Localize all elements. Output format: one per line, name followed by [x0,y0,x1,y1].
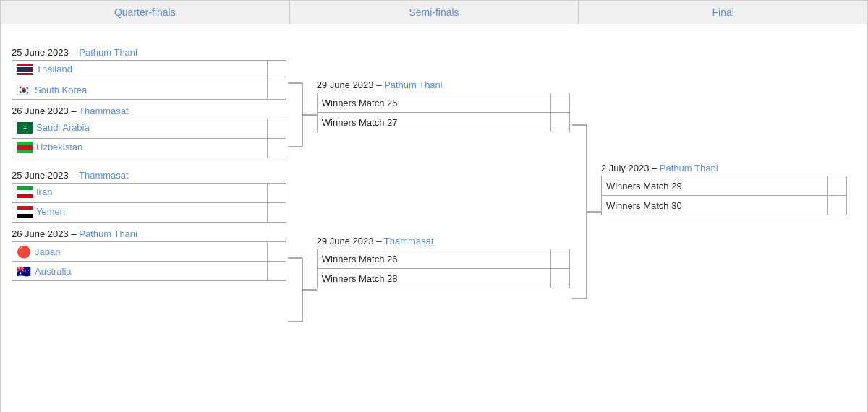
table-row: 🇰🇷 South Korea [12,80,286,100]
final-s1 [827,176,846,196]
sf-m2-t2: Winners Match 28 [317,269,550,288]
flag-saudi: ⚔ [17,122,33,134]
qf-match4-date: 26 June 2023 – Pathum Thani [12,228,288,239]
sf-match2: 29 June 2023 – Thammasat Winners Match 2… [317,236,572,288]
final-match-date: 2 July 2023 – Pathum Thani [601,163,856,173]
qf-match4: 26 June 2023 – Pathum Thani 🔴 Japan [12,228,288,281]
header-sf: Semi-finals [290,1,579,24]
final-t2: Winners Match 30 [601,196,827,215]
qf-m1-t1-name: Thailand [12,61,268,80]
qf-match4-table: 🔴 Japan 🇦🇺 Australia [12,241,286,281]
sf-match2-table: Winners Match 26 Winners Match 28 [317,249,570,288]
sf-spacer [317,138,572,236]
qf-match2: 26 June 2023 – Thammasat ⚔ Saudi Arabia [12,106,288,158]
qf-match1: 25 June 2023 – Pathum Thani Thailand [12,47,288,100]
qf-m2-t2-name: Uzbekistan [12,139,268,158]
connector-sf-final [572,54,601,408]
final-match: 2 July 2023 – Pathum Thani Winners Match… [601,163,856,215]
table-row: 🇦🇺 Australia [12,262,286,281]
final-t1: Winners Match 29 [601,176,827,196]
qf-match2-table: ⚔ Saudi Arabia Uzbeki [12,119,286,158]
sf-m2-s1 [550,249,569,269]
qf-m3-t2-name: Yemen [12,203,268,223]
qf-m2-t1-score [268,119,286,139]
table-row: ⚔ Saudi Arabia [12,119,286,139]
connector-qf-sf [288,54,317,408]
flag-uzbekistan [17,142,33,153]
flag-korea: 🇰🇷 [17,83,31,97]
sf-m1-t1: Winners Match 25 [317,93,550,113]
sf-column: 29 June 2023 – Pathum Thani Winners Matc… [317,40,572,294]
sf-match2-date: 29 June 2023 – Thammasat [317,236,572,246]
qf-m3-t1-name: Iran [12,184,268,203]
qf-m1-t1-score [268,61,286,80]
qf-match2-date: 26 June 2023 – Thammasat [12,106,288,116]
final-s2 [827,196,846,215]
qf-m4-t2-score [268,262,286,281]
qf-m1-t2-name: 🇰🇷 South Korea [12,80,268,100]
flag-iran [17,186,33,198]
table-row: Winners Match 30 [601,196,846,215]
qf-m4-t1-name: 🔴 Japan [12,242,268,262]
table-row: Yemen [12,203,286,223]
final-match-table: Winners Match 29 Winners Match 30 [601,176,847,215]
final-column: 2 July 2023 – Pathum Thani Winners Match… [601,40,856,221]
qf-m2-t1-name: ⚔ Saudi Arabia [12,119,268,139]
sf-match1: 29 June 2023 – Pathum Thani Winners Matc… [317,80,572,132]
flag-yemen [17,206,33,218]
table-row: 🔴 Japan [12,242,286,262]
sf-m2-t1: Winners Match 26 [317,249,550,269]
sf-m1-s1 [550,93,569,113]
sf-m1-t2: Winners Match 27 [317,113,550,132]
qf-m4-t1-score [268,242,286,262]
qf-m3-t1-score [268,184,286,203]
qf-m1-t2-score [268,80,286,100]
qf-match1-date: 25 June 2023 – Pathum Thani [12,47,288,58]
qf-match1-table: Thailand 🇰🇷 South Korea [12,60,286,100]
table-row: Winners Match 27 [317,113,569,132]
flag-japan: 🔴 [17,245,31,259]
qf-match3-table: Iran Yemen [12,183,286,223]
sf-m2-s2 [550,269,569,288]
table-row: Winners Match 25 [317,93,569,113]
table-row: Winners Match 28 [317,269,569,288]
sf-match1-table: Winners Match 25 Winners Match 27 [317,93,570,132]
table-row: Uzbekistan [12,139,286,158]
qf-column: 25 June 2023 – Pathum Thani Thailand [12,40,288,287]
table-row: Winners Match 26 [317,249,569,269]
qf-m2-t2-score [268,139,286,158]
flag-australia: 🇦🇺 [17,265,31,278]
qf-match3-date: 25 June 2023 – Thammasat [12,170,288,181]
flag-thailand [17,64,33,75]
sf-m1-s2 [550,113,569,132]
qf-m4-t2-name: 🇦🇺 Australia [12,262,268,281]
sf-match1-date: 29 June 2023 – Pathum Thani [317,80,572,90]
header-qf: Quarter-finals [1,1,290,24]
table-row: Winners Match 29 [601,176,846,196]
qf-match3: 25 June 2023 – Thammasat Iran [12,170,288,223]
qf-m3-t2-score [268,203,286,223]
bracket-container: Quarter-finals Semi-finals Final 25 June… [0,0,868,412]
table-row: Iran [12,184,286,203]
header-row: Quarter-finals Semi-finals Final [0,0,868,24]
table-row: Thailand [12,61,286,80]
header-final: Final [579,1,867,24]
